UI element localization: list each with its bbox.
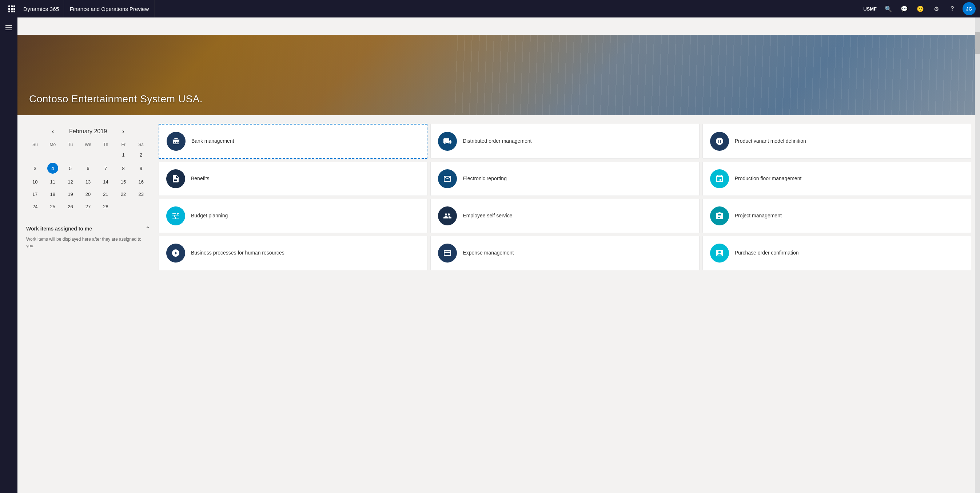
tile-icon-employee-self-service <box>438 206 457 225</box>
user-avatar[interactable]: JG <box>963 2 976 15</box>
emoji-icon: 🙂 <box>917 5 924 13</box>
help-icon: ? <box>951 5 954 12</box>
calendar-day[interactable]: 19 <box>62 188 79 200</box>
brand-section: Dynamics 365 <box>19 0 64 18</box>
tile-budget-planning[interactable]: Budget planning <box>159 199 428 233</box>
tile-project-management[interactable]: Project management <box>702 199 971 233</box>
work-items-title: Work items assigned to me <box>26 226 92 231</box>
tile-icon-project-management <box>710 206 729 225</box>
tile-purchase-order-confirmation[interactable]: Purchase order confirmation <box>702 236 971 270</box>
calendar-day[interactable]: 22 <box>115 188 132 200</box>
calendar-day[interactable]: 20 <box>79 188 97 200</box>
hamburger-icon <box>5 25 12 30</box>
calendar-day-header: Fr <box>115 140 132 148</box>
scrollbar-track[interactable] <box>975 18 980 493</box>
calendar-day[interactable]: 7 <box>97 161 115 176</box>
topnav-right-controls: USMF 🔍 💬 🙂 ⚙ ? JG <box>860 0 976 18</box>
calendar-day-header: Sa <box>132 140 150 148</box>
calendar-day <box>132 200 150 213</box>
tile-employee-self-service[interactable]: Employee self service <box>430 199 699 233</box>
tile-expense-management[interactable]: Expense management <box>430 236 699 270</box>
sidebar-hamburger-button[interactable] <box>2 21 16 35</box>
waffle-menu-button[interactable] <box>4 0 19 18</box>
calendar-grid: SuMoTuWeThFrSa 1234567891011121314151617… <box>26 140 150 213</box>
calendar-day <box>97 148 115 161</box>
tile-product-variant-model-definition[interactable]: Product variant model definition <box>702 124 971 159</box>
tile-label-project-management: Project management <box>735 212 782 220</box>
tile-label-electronic-reporting: Electronic reporting <box>463 175 507 182</box>
calendar-prev-button[interactable] <box>49 127 57 136</box>
calendar-day[interactable]: 25 <box>44 200 62 213</box>
calendar-day[interactable]: 15 <box>115 176 132 188</box>
tile-label-product-variant-model-definition: Product variant model definition <box>735 138 806 145</box>
calendar-day[interactable]: 3 <box>26 161 44 176</box>
calendar-day[interactable]: 23 <box>132 188 150 200</box>
scrollbar-thumb[interactable] <box>975 32 980 54</box>
calendar-day[interactable]: 14 <box>97 176 115 188</box>
tile-production-floor-management[interactable]: Production floor management <box>702 162 971 196</box>
calendar-day[interactable]: 26 <box>62 200 79 213</box>
calendar-day[interactable]: 28 <box>97 200 115 213</box>
chat-icon: 💬 <box>901 5 908 13</box>
calendar-day[interactable]: 2 <box>132 148 150 161</box>
calendar-day[interactable]: 27 <box>79 200 97 213</box>
calendar-day[interactable]: 16 <box>132 176 150 188</box>
calendar-day[interactable]: 12 <box>62 176 79 188</box>
calendar-day[interactable]: 18 <box>44 188 62 200</box>
tile-label-employee-self-service: Employee self service <box>463 212 512 220</box>
calendar-day[interactable]: 13 <box>79 176 97 188</box>
help-button[interactable]: ? <box>945 0 959 18</box>
calendar-day[interactable]: 4 <box>44 161 62 176</box>
calendar-today[interactable]: 4 <box>47 163 58 174</box>
chevron-left-icon <box>52 129 54 134</box>
calendar-day[interactable]: 11 <box>44 176 62 188</box>
tile-label-benefits: Benefits <box>191 175 210 182</box>
tile-icon-product-variant-model-definition <box>710 132 729 151</box>
hero-title: Contoso Entertainment System USA. <box>29 93 203 105</box>
work-items-body: Work items will be displayed here after … <box>26 236 150 249</box>
calendar-day[interactable]: 17 <box>26 188 44 200</box>
tile-label-budget-planning: Budget planning <box>191 212 228 220</box>
notifications-button[interactable]: 💬 <box>897 0 912 18</box>
tile-icon-purchase-order-confirmation <box>710 244 729 263</box>
tile-label-production-floor-management: Production floor management <box>735 175 802 182</box>
tile-distributed-order-management[interactable]: Distributed order management <box>430 124 699 159</box>
calendar-day-header: We <box>79 140 97 148</box>
calendar-day-header: Mo <box>44 140 62 148</box>
calendar-day[interactable]: 1 <box>115 148 132 161</box>
tile-electronic-reporting[interactable]: Electronic reporting <box>430 162 699 196</box>
calendar-day[interactable]: 6 <box>79 161 97 176</box>
tile-business-processes-human-resources[interactable]: Business processes for human resources <box>159 236 428 270</box>
top-navigation: Dynamics 365 Finance and Operations Prev… <box>0 0 980 18</box>
calendar-day[interactable]: 9 <box>132 161 150 176</box>
calendar-day <box>62 148 79 161</box>
calendar-day[interactable]: 21 <box>97 188 115 200</box>
feedback-button[interactable]: 🙂 <box>913 0 928 18</box>
calendar-day <box>26 148 44 161</box>
tile-label-distributed-order-management: Distributed order management <box>463 138 531 145</box>
calendar-day-header: Th <box>97 140 115 148</box>
settings-button[interactable]: ⚙ <box>929 0 943 18</box>
tile-label-purchase-order-confirmation: Purchase order confirmation <box>735 249 799 257</box>
tile-benefits[interactable]: Benefits <box>159 162 428 196</box>
waffle-icon <box>8 5 15 13</box>
search-button[interactable]: 🔍 <box>881 0 896 18</box>
calendar-day <box>115 200 132 213</box>
work-items-chevron-icon <box>145 226 150 231</box>
calendar-day-header: Su <box>26 140 44 148</box>
chevron-right-icon <box>122 129 124 134</box>
tile-bank-management[interactable]: Bank management <box>159 124 428 159</box>
work-items-header[interactable]: Work items assigned to me <box>26 224 150 233</box>
company-selector[interactable]: USMF <box>860 6 880 12</box>
calendar-day[interactable]: 10 <box>26 176 44 188</box>
calendar-day[interactable]: 5 <box>62 161 79 176</box>
work-items-section: Work items assigned to me Work items wil… <box>26 224 150 249</box>
calendar-day[interactable]: 24 <box>26 200 44 213</box>
brand-name[interactable]: Dynamics 365 <box>23 6 59 12</box>
tile-icon-budget-planning <box>166 206 185 225</box>
app-name-section: Finance and Operations Preview <box>64 0 155 18</box>
calendar-next-button[interactable] <box>119 127 127 136</box>
calendar-day[interactable]: 8 <box>115 161 132 176</box>
left-panel: February 2019 SuMoTuWeThFrSa 12345678910… <box>26 124 150 493</box>
tile-icon-benefits <box>166 169 185 188</box>
